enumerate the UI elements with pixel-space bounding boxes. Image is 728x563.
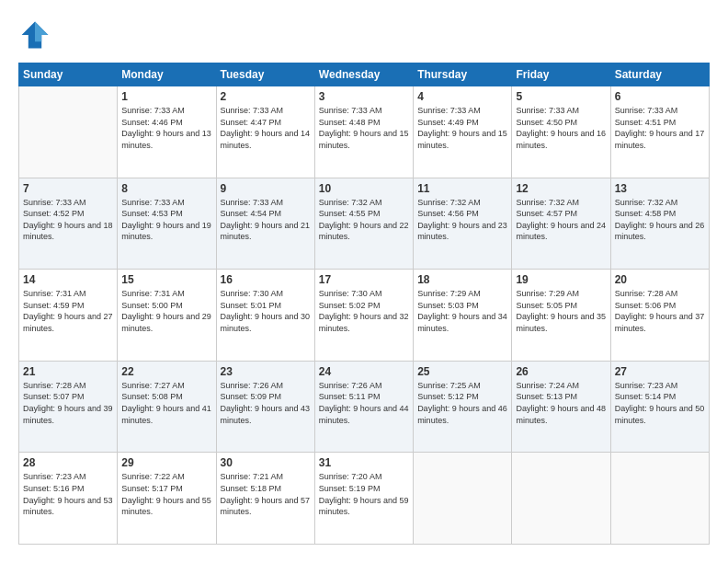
day-info: Sunrise: 7:33 AMSunset: 4:49 PMDaylight:… (417, 105, 507, 151)
day-info: Sunrise: 7:31 AMSunset: 5:00 PMDaylight:… (121, 288, 211, 334)
calendar-cell: 22Sunrise: 7:27 AMSunset: 5:08 PMDayligh… (118, 361, 216, 453)
day-info: Sunrise: 7:23 AMSunset: 5:16 PMDaylight:… (23, 471, 113, 517)
calendar-cell: 14Sunrise: 7:31 AMSunset: 4:59 PMDayligh… (19, 270, 118, 362)
calendar-cell: 15Sunrise: 7:31 AMSunset: 5:00 PMDayligh… (118, 270, 216, 362)
calendar-week-row: 1Sunrise: 7:33 AMSunset: 4:46 PMDaylight… (19, 86, 710, 178)
calendar-cell: 25Sunrise: 7:25 AMSunset: 5:12 PMDayligh… (414, 361, 512, 453)
day-number: 11 (417, 182, 507, 195)
day-info: Sunrise: 7:31 AMSunset: 4:59 PMDaylight:… (23, 288, 113, 334)
day-number: 4 (417, 90, 507, 103)
calendar-table: SundayMondayTuesdayWednesdayThursdayFrid… (18, 63, 710, 545)
calendar-cell: 24Sunrise: 7:26 AMSunset: 5:11 PMDayligh… (314, 361, 413, 453)
day-info: Sunrise: 7:21 AMSunset: 5:18 PMDaylight:… (221, 471, 311, 517)
weekday-header: Tuesday (216, 63, 314, 86)
calendar-week-row: 21Sunrise: 7:28 AMSunset: 5:07 PMDayligh… (19, 361, 710, 453)
day-info: Sunrise: 7:28 AMSunset: 5:07 PMDaylight:… (23, 380, 113, 426)
day-info: Sunrise: 7:30 AMSunset: 5:02 PMDaylight:… (319, 288, 409, 334)
day-info: Sunrise: 7:23 AMSunset: 5:14 PMDaylight:… (615, 380, 705, 426)
weekday-header: Friday (512, 63, 610, 86)
day-number: 19 (516, 273, 606, 286)
day-info: Sunrise: 7:33 AMSunset: 4:46 PMDaylight:… (121, 105, 211, 151)
calendar-cell: 21Sunrise: 7:28 AMSunset: 5:07 PMDayligh… (19, 361, 118, 453)
day-number: 31 (319, 456, 409, 469)
day-info: Sunrise: 7:32 AMSunset: 4:58 PMDaylight:… (615, 197, 705, 243)
day-number: 21 (23, 365, 113, 378)
calendar-cell: 26Sunrise: 7:24 AMSunset: 5:13 PMDayligh… (512, 361, 610, 453)
calendar-cell: 30Sunrise: 7:21 AMSunset: 5:18 PMDayligh… (216, 453, 314, 545)
day-number: 17 (319, 273, 409, 286)
day-number: 12 (516, 182, 606, 195)
calendar-cell: 13Sunrise: 7:32 AMSunset: 4:58 PMDayligh… (610, 178, 709, 270)
calendar-cell: 6Sunrise: 7:33 AMSunset: 4:51 PMDaylight… (610, 86, 709, 178)
day-number: 15 (121, 273, 211, 286)
day-info: Sunrise: 7:20 AMSunset: 5:19 PMDaylight:… (319, 471, 409, 517)
calendar-header-row: SundayMondayTuesdayWednesdayThursdayFrid… (19, 63, 710, 86)
day-info: Sunrise: 7:29 AMSunset: 5:03 PMDaylight:… (417, 288, 507, 334)
day-number: 16 (221, 273, 311, 286)
calendar-cell: 20Sunrise: 7:28 AMSunset: 5:06 PMDayligh… (610, 270, 709, 362)
svg-marker-1 (35, 22, 48, 42)
calendar-cell: 7Sunrise: 7:33 AMSunset: 4:52 PMDaylight… (19, 178, 118, 270)
day-info: Sunrise: 7:26 AMSunset: 5:11 PMDaylight:… (319, 380, 409, 426)
calendar-cell (512, 453, 610, 545)
calendar-cell: 27Sunrise: 7:23 AMSunset: 5:14 PMDayligh… (610, 361, 709, 453)
calendar-cell: 4Sunrise: 7:33 AMSunset: 4:49 PMDaylight… (414, 86, 512, 178)
logo-icon (18, 18, 51, 52)
day-info: Sunrise: 7:30 AMSunset: 5:01 PMDaylight:… (221, 288, 311, 334)
day-info: Sunrise: 7:27 AMSunset: 5:08 PMDaylight:… (121, 380, 211, 426)
day-info: Sunrise: 7:24 AMSunset: 5:13 PMDaylight:… (516, 380, 606, 426)
calendar-cell: 12Sunrise: 7:32 AMSunset: 4:57 PMDayligh… (512, 178, 610, 270)
weekday-header: Saturday (610, 63, 709, 86)
day-number: 29 (121, 456, 211, 469)
header (18, 18, 710, 52)
calendar-cell: 9Sunrise: 7:33 AMSunset: 4:54 PMDaylight… (216, 178, 314, 270)
calendar-week-row: 7Sunrise: 7:33 AMSunset: 4:52 PMDaylight… (19, 178, 710, 270)
day-info: Sunrise: 7:32 AMSunset: 4:55 PMDaylight:… (319, 197, 409, 243)
day-number: 30 (221, 456, 311, 469)
day-number: 3 (319, 90, 409, 103)
day-info: Sunrise: 7:33 AMSunset: 4:51 PMDaylight:… (615, 105, 705, 151)
calendar-cell: 23Sunrise: 7:26 AMSunset: 5:09 PMDayligh… (216, 361, 314, 453)
calendar-cell: 8Sunrise: 7:33 AMSunset: 4:53 PMDaylight… (118, 178, 216, 270)
calendar-cell: 17Sunrise: 7:30 AMSunset: 5:02 PMDayligh… (314, 270, 413, 362)
calendar-week-row: 14Sunrise: 7:31 AMSunset: 4:59 PMDayligh… (19, 270, 710, 362)
day-info: Sunrise: 7:25 AMSunset: 5:12 PMDaylight:… (417, 380, 507, 426)
day-number: 6 (615, 90, 705, 103)
day-info: Sunrise: 7:33 AMSunset: 4:48 PMDaylight:… (319, 105, 409, 151)
calendar-cell: 31Sunrise: 7:20 AMSunset: 5:19 PMDayligh… (314, 453, 413, 545)
calendar-cell: 1Sunrise: 7:33 AMSunset: 4:46 PMDaylight… (118, 86, 216, 178)
calendar-cell: 29Sunrise: 7:22 AMSunset: 5:17 PMDayligh… (118, 453, 216, 545)
weekday-header: Monday (118, 63, 216, 86)
day-info: Sunrise: 7:29 AMSunset: 5:05 PMDaylight:… (516, 288, 606, 334)
day-info: Sunrise: 7:33 AMSunset: 4:50 PMDaylight:… (516, 105, 606, 151)
weekday-header: Wednesday (314, 63, 413, 86)
day-info: Sunrise: 7:26 AMSunset: 5:09 PMDaylight:… (221, 380, 311, 426)
day-number: 18 (417, 273, 507, 286)
day-number: 2 (221, 90, 311, 103)
day-number: 24 (319, 365, 409, 378)
weekday-header: Thursday (414, 63, 512, 86)
day-number: 5 (516, 90, 606, 103)
day-number: 26 (516, 365, 606, 378)
day-info: Sunrise: 7:33 AMSunset: 4:54 PMDaylight:… (221, 197, 311, 243)
day-number: 1 (121, 90, 211, 103)
day-number: 22 (121, 365, 211, 378)
calendar-cell: 3Sunrise: 7:33 AMSunset: 4:48 PMDaylight… (314, 86, 413, 178)
day-info: Sunrise: 7:33 AMSunset: 4:52 PMDaylight:… (23, 197, 113, 243)
day-info: Sunrise: 7:33 AMSunset: 4:47 PMDaylight:… (221, 105, 311, 151)
calendar-cell: 11Sunrise: 7:32 AMSunset: 4:56 PMDayligh… (414, 178, 512, 270)
page: SundayMondayTuesdayWednesdayThursdayFrid… (0, 0, 728, 563)
day-number: 23 (221, 365, 311, 378)
calendar-week-row: 28Sunrise: 7:23 AMSunset: 5:16 PMDayligh… (19, 453, 710, 545)
day-number: 28 (23, 456, 113, 469)
day-info: Sunrise: 7:33 AMSunset: 4:53 PMDaylight:… (121, 197, 211, 243)
calendar-cell: 28Sunrise: 7:23 AMSunset: 5:16 PMDayligh… (19, 453, 118, 545)
calendar-cell: 19Sunrise: 7:29 AMSunset: 5:05 PMDayligh… (512, 270, 610, 362)
calendar-cell (414, 453, 512, 545)
day-number: 14 (23, 273, 113, 286)
day-info: Sunrise: 7:32 AMSunset: 4:57 PMDaylight:… (516, 197, 606, 243)
day-number: 10 (319, 182, 409, 195)
day-number: 9 (221, 182, 311, 195)
calendar-cell: 16Sunrise: 7:30 AMSunset: 5:01 PMDayligh… (216, 270, 314, 362)
day-number: 27 (615, 365, 705, 378)
